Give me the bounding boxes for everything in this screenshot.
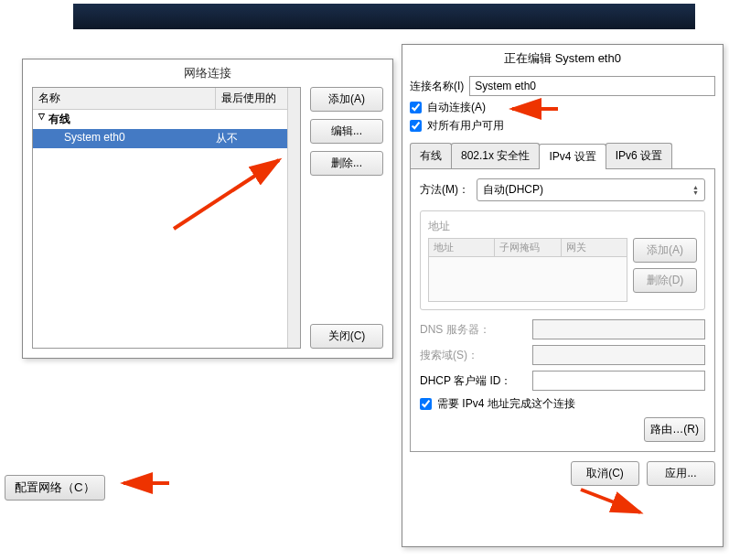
dns-input[interactable]: [532, 319, 705, 339]
chevron-down-icon: ▽: [38, 112, 45, 127]
config-network-button[interactable]: 配置网络（C）: [5, 475, 105, 501]
address-section: 地址 地址 子网掩码 网关 添加(A) 删除(D): [420, 210, 705, 310]
tab-bar: 有线 802.1x 安全性 IPv4 设置 IPv6 设置: [410, 143, 715, 169]
search-input[interactable]: [532, 345, 705, 365]
tab-ipv6[interactable]: IPv6 设置: [606, 143, 672, 168]
annotation-arrow-icon: [119, 476, 174, 497]
search-label: 搜索域(S)：: [420, 348, 525, 363]
edit-button[interactable]: 编辑...: [310, 119, 383, 144]
dialog-title: 网络连接: [23, 59, 392, 87]
conn-name-label: 连接名称(I): [410, 79, 464, 94]
cancel-button[interactable]: 取消(C): [571, 461, 639, 486]
method-label: 方法(M)：: [420, 182, 469, 198]
delete-button[interactable]: 删除...: [310, 151, 383, 176]
all-users-label: 对所有用户可用: [427, 118, 504, 134]
col-last-used: 最后使用的: [216, 88, 287, 109]
scrollbar-vertical[interactable]: [287, 88, 300, 348]
tab-ipv4[interactable]: IPv4 设置: [539, 144, 606, 169]
conn-name-input[interactable]: [469, 76, 715, 96]
top-bar: [73, 4, 695, 29]
addr-col-address: 地址: [429, 239, 495, 256]
tree-group-wired[interactable]: ▽ 有线: [33, 110, 287, 129]
connection-tree[interactable]: 名称 最后使用的 ▽ 有线 System eth0 从不: [32, 87, 301, 349]
addr-col-gw: 网关: [562, 239, 627, 256]
close-button[interactable]: 关闭(C): [310, 324, 383, 349]
ipv4-tab-content: 方法(M)： 自动(DHCP) ▲▼ 地址 地址 子网掩码 网关 添加(A) 删…: [410, 169, 715, 452]
tree-header: 名称 最后使用的: [33, 88, 287, 110]
tab-security[interactable]: 802.1x 安全性: [451, 143, 540, 168]
addr-add-button[interactable]: 添加(A): [633, 238, 697, 263]
addr-col-mask: 子网掩码: [495, 239, 561, 256]
dialog-title: 正在编辑 System eth0: [410, 45, 715, 72]
edit-connection-dialog: 正在编辑 System eth0 连接名称(I) 自动连接(A) 对所有用户可用…: [402, 44, 724, 547]
require-ipv4-label: 需要 IPv4 地址完成这个连接: [437, 396, 575, 412]
method-select[interactable]: 自动(DHCP) ▲▼: [477, 178, 705, 201]
address-table: 地址 子网掩码 网关: [428, 238, 627, 302]
updown-icon: ▲▼: [692, 185, 699, 196]
auto-connect-checkbox[interactable]: [410, 102, 422, 113]
col-name: 名称: [33, 88, 216, 109]
add-button[interactable]: 添加(A): [310, 87, 383, 112]
dns-label: DNS 服务器：: [420, 322, 525, 338]
dhcp-client-input[interactable]: [532, 371, 705, 391]
address-label: 地址: [428, 219, 697, 234]
auto-connect-label: 自动连接(A): [427, 100, 486, 115]
all-users-checkbox[interactable]: [410, 120, 422, 132]
network-connections-dialog: 网络连接 名称 最后使用的 ▽ 有线 System eth0 从不 添加(A): [22, 59, 393, 359]
tree-row-connection[interactable]: System eth0 从不: [33, 129, 287, 148]
dhcp-client-label: DHCP 客户端 ID：: [420, 373, 525, 389]
require-ipv4-checkbox[interactable]: [420, 398, 432, 410]
apply-button[interactable]: 应用...: [647, 461, 715, 486]
addr-delete-button[interactable]: 删除(D): [633, 268, 697, 293]
tab-wired[interactable]: 有线: [410, 143, 452, 168]
routes-button[interactable]: 路由…(R): [644, 417, 705, 442]
